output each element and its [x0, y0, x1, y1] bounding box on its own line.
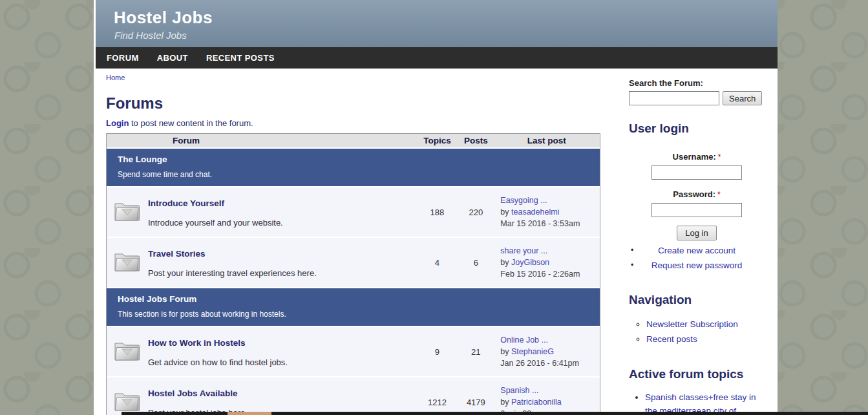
main-column: Home Forums Login to post new content in…	[94, 69, 600, 415]
forum-table: Forum Topics Posts Last post The Lounge …	[106, 133, 600, 415]
search-input[interactable]	[629, 91, 719, 105]
last-post-cell: Spanish ... by Patriciabonilla 6 min 33 …	[493, 378, 600, 415]
last-post-date: Jan 26 2016 - 6:41pm	[500, 359, 579, 368]
last-post-cell: Online Job ... by StephanieG Jan 26 2016…	[493, 327, 600, 378]
search-button[interactable]: Search	[723, 91, 762, 105]
last-post-cell: share your ... by JoyGibson Feb 15 2016 …	[493, 238, 600, 288]
password-label: Password:	[673, 189, 715, 199]
site-slogan: Find Hostel Jobs	[114, 30, 778, 41]
last-post-user-link[interactable]: JoyGibson	[511, 258, 549, 267]
list-item: Newsletter Subscription	[646, 317, 765, 332]
by-label: by	[500, 398, 509, 407]
topics-count: 188	[416, 187, 459, 238]
category-row: The Lounge Spend some time and chat.	[107, 149, 600, 187]
forum-row: How to Work in Hostels Get advice on how…	[107, 327, 600, 378]
password-field[interactable]	[651, 203, 742, 217]
forum-row: Hostel Jobs Available Post your hostel j…	[107, 378, 600, 415]
recent-posts-link[interactable]: Recent posts	[646, 334, 697, 344]
active-forum-topics-heading: Active forum topics	[629, 367, 765, 381]
column-header-last-post: Last post	[493, 134, 600, 149]
topics-count: 9	[416, 327, 459, 378]
by-label: by	[500, 258, 509, 267]
list-item: Recent posts	[646, 332, 765, 346]
last-post-link[interactable]: Spanish ...	[500, 386, 538, 395]
breadcrumb-home-link[interactable]: Home	[106, 74, 125, 81]
posts-count: 220	[458, 187, 493, 238]
last-post-user-link[interactable]: StephanieG	[511, 347, 554, 356]
list-item: Create new account	[629, 243, 765, 258]
posts-count: 4179	[458, 378, 493, 415]
last-post-link[interactable]: Easygoing ...	[500, 196, 547, 205]
forum-description: Get advice on how to find hostel jobs.	[148, 357, 410, 367]
category-title: The Lounge	[118, 154, 600, 164]
create-account-link[interactable]: Create new account	[658, 246, 736, 255]
forum-link[interactable]: How to Work in Hostels	[148, 338, 246, 348]
last-post-link[interactable]: share your ...	[500, 246, 547, 255]
forum-link[interactable]: Travel Stories	[148, 249, 206, 259]
page-title: Forums	[106, 94, 600, 112]
log-in-button[interactable]: Log in	[677, 226, 716, 240]
category-description: This section is for posts about working …	[118, 310, 600, 319]
forum-link[interactable]: Hostel Jobs Available	[148, 388, 238, 398]
folder-icon	[114, 250, 140, 275]
category-row: Hostel Jobs Forum This section is for po…	[107, 288, 600, 327]
sidebar: Search the Forum: Search User login User…	[629, 69, 765, 415]
forum-description: Introduce yourself and your website.	[148, 218, 410, 228]
last-post-link[interactable]: Online Job ...	[500, 335, 548, 345]
column-header-forum: Forum	[107, 134, 416, 149]
breadcrumb: Home	[106, 69, 600, 81]
column-header-topics: Topics	[416, 134, 459, 149]
category-title: Hostel Jobs Forum	[118, 294, 600, 304]
login-note-text: to post new content in the forum.	[129, 118, 253, 128]
column-header-posts: Posts	[458, 134, 493, 149]
login-form: Username:* Password:* Log in Create new …	[629, 151, 765, 273]
site-header: Hostel Jobs Find Hostel Jobs	[96, 0, 778, 47]
forum-description: Post your interesting travel experiences…	[148, 268, 410, 278]
topics-count: 4	[416, 238, 459, 288]
last-post-user-link[interactable]: Patriciabonilla	[511, 398, 562, 407]
folder-icon	[114, 200, 140, 225]
screen-edge-accent	[228, 412, 271, 415]
required-marker: *	[717, 190, 721, 199]
last-post-user-link[interactable]: teasadehelmi	[511, 208, 559, 217]
forum-link[interactable]: Introduce Yourself	[148, 198, 224, 208]
topics-count: 1212	[416, 378, 459, 415]
nav-item-about[interactable]: ABOUT	[157, 53, 188, 63]
posts-count: 21	[458, 327, 493, 378]
required-marker: *	[718, 153, 721, 162]
search-label: Search the Forum:	[629, 78, 765, 88]
forum-row: Introduce Yourself Introduce yourself an…	[107, 187, 600, 238]
folder-icon	[114, 339, 140, 365]
newsletter-subscription-link[interactable]: Newsletter Subscription	[646, 319, 738, 329]
folder-icon	[114, 390, 140, 415]
by-label: by	[500, 208, 509, 217]
main-nav: FORUM ABOUT RECENT POSTS	[96, 47, 778, 69]
login-link[interactable]: Login	[106, 118, 129, 128]
navigation-heading: Navigation	[629, 293, 765, 307]
site-title: Hostel Jobs	[114, 8, 778, 28]
user-login-heading: User login	[629, 122, 765, 136]
table-header-row: Forum Topics Posts Last post	[107, 134, 600, 149]
login-note: Login to post new content in the forum.	[106, 118, 600, 128]
page-content: Hostel Jobs Find Hostel Jobs FORUM ABOUT…	[94, 0, 778, 415]
username-field[interactable]	[651, 165, 742, 180]
request-password-link[interactable]: Request new password	[651, 261, 742, 270]
last-post-date: Feb 15 2016 - 2:26am	[500, 270, 580, 279]
posts-count: 6	[458, 238, 493, 288]
last-post-date: Mar 15 2016 - 3:53am	[500, 219, 580, 228]
username-label: Username:	[673, 152, 716, 162]
by-label: by	[500, 347, 509, 356]
category-description: Spend some time and chat.	[118, 170, 600, 179]
last-post-cell: Easygoing ... by teasadehelmi Mar 15 201…	[493, 187, 600, 238]
screen-edge-bar	[122, 412, 868, 415]
forum-row: Travel Stories Post your interesting tra…	[107, 238, 600, 288]
list-item: Request new password	[629, 258, 765, 273]
nav-item-recent-posts[interactable]: RECENT POSTS	[206, 53, 275, 63]
nav-item-forum[interactable]: FORUM	[107, 53, 139, 63]
